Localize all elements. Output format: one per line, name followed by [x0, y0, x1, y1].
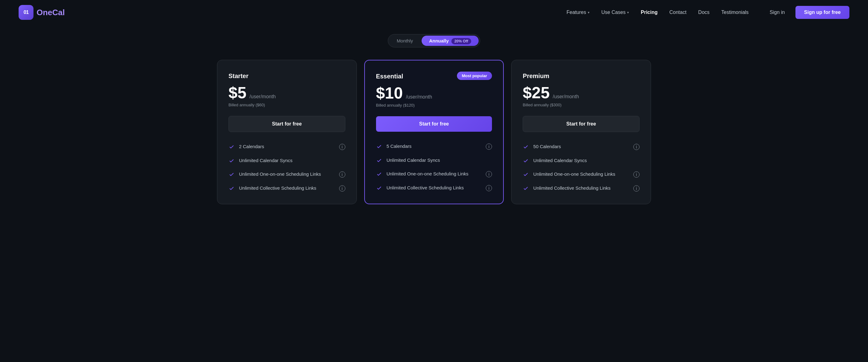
list-item: 5 Calendars i [376, 143, 492, 150]
premium-price: $25 [523, 85, 550, 101]
list-item: Unlimited Calendar Syncs [523, 157, 640, 164]
essential-price: $10 [376, 85, 403, 101]
list-item: 50 Calendars i [523, 143, 640, 150]
popular-badge: Most popular [457, 72, 492, 80]
premium-card-header: Premium $25 /user/month Billed annually … [523, 72, 640, 107]
list-item: 2 Calendars i [228, 143, 345, 150]
premium-billed-note: Billed annually ($300) [523, 103, 640, 107]
nav-item-testimonials[interactable]: Testimonials [717, 7, 753, 18]
check-icon [376, 158, 382, 164]
premium-cta-button[interactable]: Start for free [523, 116, 640, 132]
chevron-down-icon: ▾ [588, 10, 590, 14]
billing-toggle-container: Monthly Annually 20% Off [0, 34, 868, 47]
chevron-down-icon: ▾ [627, 10, 629, 14]
feature-label: 5 Calendars [386, 143, 484, 150]
list-item: Unlimited Calendar Syncs [228, 157, 345, 164]
check-icon [228, 144, 235, 150]
essential-card-header: Essential Most popular $10 /user/month B… [376, 73, 492, 107]
list-item: Unlimited Calendar Syncs [376, 157, 492, 164]
list-item: Unlimited One-on-one Scheduling Links i [228, 171, 345, 178]
feature-label: Unlimited Collective Scheduling Links [239, 185, 337, 192]
premium-period: /user/month [553, 94, 579, 99]
feature-label: Unlimited One-on-one Scheduling Links [386, 170, 484, 177]
info-icon[interactable]: i [486, 143, 492, 150]
check-icon [228, 185, 235, 192]
signup-button[interactable]: Sign up for free [796, 6, 849, 19]
nav-item-features[interactable]: Features ▾ [562, 7, 594, 18]
nav-item-usecases[interactable]: Use Cases ▾ [597, 7, 633, 18]
discount-badge: 20% Off [452, 38, 471, 44]
list-item: Unlimited One-on-one Scheduling Links i [376, 170, 492, 177]
annually-toggle[interactable]: Annually 20% Off [422, 36, 478, 46]
premium-price-row: $25 /user/month [523, 85, 640, 101]
nav-actions: Sign in Sign up for free [765, 6, 849, 19]
sign-in-button[interactable]: Sign in [765, 7, 789, 18]
info-icon[interactable]: i [486, 171, 492, 177]
essential-period: /user/month [406, 94, 432, 100]
info-icon[interactable]: i [339, 144, 345, 150]
logo[interactable]: 01 OneCal [19, 5, 65, 20]
essential-price-row: $10 /user/month [376, 85, 492, 101]
essential-card: Essential Most popular $10 /user/month B… [364, 60, 504, 204]
nav-item-contact[interactable]: Contact [665, 7, 691, 18]
info-icon[interactable]: i [486, 185, 492, 191]
feature-label: Unlimited Collective Scheduling Links [386, 185, 484, 192]
feature-label: Unlimited One-on-one Scheduling Links [239, 171, 337, 178]
check-icon [523, 171, 529, 177]
info-icon[interactable]: i [339, 171, 345, 177]
check-icon [228, 171, 235, 177]
starter-cta-button[interactable]: Start for free [228, 116, 345, 132]
check-icon [376, 171, 382, 177]
info-icon[interactable]: i [633, 171, 640, 177]
feature-label: 2 Calendars [239, 143, 337, 150]
info-icon[interactable]: i [633, 185, 640, 192]
info-icon[interactable]: i [339, 185, 345, 192]
starter-features: 2 Calendars i Unlimited Calendar Syncs U… [228, 143, 345, 192]
feature-label: Unlimited Calendar Syncs [239, 157, 345, 164]
nav-links: Features ▾ Use Cases ▾ Pricing Contact D… [562, 7, 753, 18]
starter-period: /user/month [250, 94, 276, 99]
feature-label: Unlimited Collective Scheduling Links [533, 185, 631, 192]
essential-features: 5 Calendars i Unlimited Calendar Syncs U… [376, 143, 492, 191]
nav-item-docs[interactable]: Docs [694, 7, 714, 18]
starter-price: $5 [228, 85, 246, 101]
starter-card: Starter $5 /user/month Billed annually (… [217, 60, 357, 204]
nav-item-pricing[interactable]: Pricing [637, 7, 662, 18]
essential-cta-button[interactable]: Start for free [376, 116, 492, 132]
premium-card: Premium $25 /user/month Billed annually … [511, 60, 651, 204]
starter-price-row: $5 /user/month [228, 85, 345, 101]
check-icon [376, 143, 382, 150]
feature-label: Unlimited Calendar Syncs [386, 157, 492, 164]
feature-label: Unlimited Calendar Syncs [533, 157, 640, 164]
starter-billed-note: Billed annually ($60) [228, 103, 345, 107]
logo-text: OneCal [37, 8, 65, 18]
billing-toggle: Monthly Annually 20% Off [388, 34, 480, 47]
starter-plan-name: Starter [228, 72, 345, 80]
premium-features: 50 Calendars i Unlimited Calendar Syncs … [523, 143, 640, 192]
feature-label: Unlimited One-on-one Scheduling Links [533, 171, 631, 178]
logo-icon: 01 [19, 5, 33, 20]
feature-label: 50 Calendars [533, 143, 631, 150]
check-icon [523, 158, 529, 164]
check-icon [523, 185, 529, 192]
check-icon [523, 144, 529, 150]
list-item: Unlimited Collective Scheduling Links i [228, 185, 345, 192]
monthly-toggle[interactable]: Monthly [390, 36, 421, 46]
starter-card-header: Starter $5 /user/month Billed annually (… [228, 72, 345, 107]
list-item: Unlimited Collective Scheduling Links i [523, 185, 640, 192]
check-icon [376, 185, 382, 191]
cards-grid: Starter $5 /user/month Billed annually (… [217, 60, 651, 204]
check-icon [228, 158, 235, 164]
info-icon[interactable]: i [633, 144, 640, 150]
list-item: Unlimited One-on-one Scheduling Links i [523, 171, 640, 178]
navbar: 01 OneCal Features ▾ Use Cases ▾ Pricing… [0, 0, 868, 25]
essential-billed-note: Billed annually ($120) [376, 103, 492, 107]
premium-plan-name: Premium [523, 72, 640, 80]
list-item: Unlimited Collective Scheduling Links i [376, 185, 492, 192]
pricing-section: Starter $5 /user/month Billed annually (… [0, 60, 868, 223]
